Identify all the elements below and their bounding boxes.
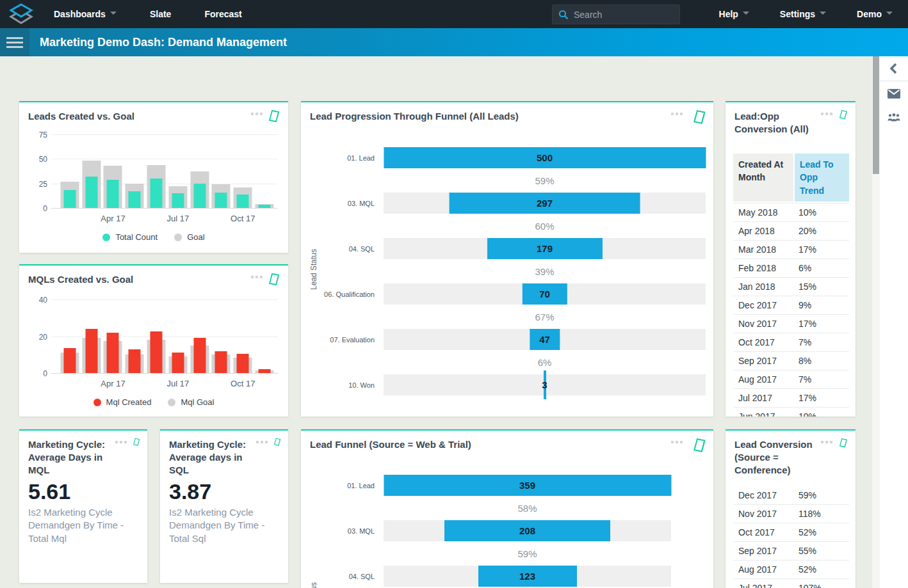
bar-group: Oct 17 xyxy=(232,134,254,208)
funnel-chart-all-leads: 01. Lead50059%03. MQL29760%04. SQL17939%… xyxy=(384,147,706,395)
table-cell-value: 7% xyxy=(793,337,849,347)
value-bar xyxy=(259,369,271,373)
table-cell-value: 17% xyxy=(793,319,849,329)
value-bar xyxy=(237,354,249,373)
value-bar xyxy=(129,191,141,208)
table-cell-month: Oct 2017 xyxy=(733,527,793,537)
bar-groups: Apr 17Jul 17Oct 17 xyxy=(59,134,275,208)
explore-insight-icon[interactable] xyxy=(839,438,848,450)
chevron-down-icon xyxy=(743,12,749,15)
table-row: Mar 201817% xyxy=(733,240,849,258)
legend-item[interactable]: Total Count xyxy=(102,232,158,242)
dashboard-page: DashboardsSlateForecast HelpSettingsDemo… xyxy=(0,0,908,588)
table-cell-month: Nov 2017 xyxy=(733,509,793,519)
y-axis-tick: 40 xyxy=(28,296,47,305)
card-menu-button[interactable] xyxy=(251,276,263,278)
explore-insight-icon[interactable] xyxy=(693,438,704,450)
search-box[interactable] xyxy=(552,4,680,24)
x-axis-tick: Oct 17 xyxy=(231,214,255,223)
table-cell-value: 59% xyxy=(793,490,849,500)
value-bar xyxy=(259,205,271,208)
nav-item-help[interactable]: Help xyxy=(719,9,749,19)
table-cell-value: 15% xyxy=(793,282,849,292)
hamburger-menu-button[interactable] xyxy=(0,28,29,56)
chevron-down-icon xyxy=(110,12,117,15)
table-header-lead-to-opp-trend[interactable]: Lead To Opp Trend xyxy=(795,154,849,202)
value-bar xyxy=(237,195,249,209)
leads-goal-chart: 7550250Apr 17Jul 17Oct 17 xyxy=(51,134,278,208)
bar-group: Apr 17 xyxy=(102,299,124,373)
card-menu-button[interactable] xyxy=(251,113,263,115)
card-menu-button[interactable] xyxy=(256,441,268,443)
funnel-stage-row: 06. Qualification70 xyxy=(384,283,706,305)
funnel-conversion-pct: 58% xyxy=(384,496,671,520)
value-bar xyxy=(193,184,206,208)
funnel-stage-label: 04. SQL xyxy=(298,573,375,580)
explore-insight-icon[interactable] xyxy=(839,109,848,122)
chevron-down-icon xyxy=(886,12,893,15)
funnel-bar-value: 179 xyxy=(384,238,706,259)
nav-item-forecast[interactable]: Forecast xyxy=(204,9,241,19)
table-cell-value: 10% xyxy=(793,411,849,417)
table-row: Nov 201717% xyxy=(733,314,849,333)
scrollbar-thumb[interactable] xyxy=(873,56,879,174)
table-header-created-at-month[interactable]: Created At Month xyxy=(733,154,793,202)
share-users-button[interactable] xyxy=(880,106,908,130)
explore-insight-icon[interactable] xyxy=(133,438,140,450)
table-cell-month: May 2018 xyxy=(733,207,793,218)
card-title: Lead Conversion (Source = Conference) xyxy=(734,438,821,476)
value-bar xyxy=(107,180,119,209)
top-navbar: DashboardsSlateForecast HelpSettingsDemo xyxy=(0,0,908,28)
card-menu-button[interactable] xyxy=(821,441,832,443)
nav-items: DashboardsSlateForecast xyxy=(54,9,242,19)
table-row: Dec 201759% xyxy=(733,486,849,504)
explore-insight-icon[interactable] xyxy=(693,109,704,122)
table-header-row: Created At MonthLead To Opp Trend xyxy=(733,154,849,202)
card-menu-button[interactable] xyxy=(115,441,127,443)
value-bar xyxy=(85,329,97,373)
table-cell-month: Jul 2017 xyxy=(733,393,793,403)
funnel-conversion-pct: 39% xyxy=(384,259,706,283)
legend-item[interactable]: Mql Created xyxy=(93,397,152,407)
card-menu-button[interactable] xyxy=(671,441,683,443)
table-cell-month: Jun 2017 xyxy=(733,411,793,417)
explore-insight-icon[interactable] xyxy=(269,109,280,122)
nav-item-dashboards[interactable]: Dashboards xyxy=(54,9,117,19)
card-title: Leads Created vs. Goal xyxy=(28,110,134,123)
nav-item-slate[interactable]: Slate xyxy=(150,9,171,19)
value-bar xyxy=(107,333,119,373)
nav-item-demo[interactable]: Demo xyxy=(857,9,893,19)
chevron-left-icon xyxy=(889,63,899,74)
funnel-stage-label: 04. SQL xyxy=(298,245,375,253)
app-logo[interactable] xyxy=(0,3,42,26)
legend-item[interactable]: Goal xyxy=(174,232,204,242)
table-cell-value: 52% xyxy=(793,564,849,575)
gridline xyxy=(51,373,278,374)
explore-insight-icon[interactable] xyxy=(269,273,280,285)
table-cell-value: 8% xyxy=(793,356,849,366)
nav-label: Help xyxy=(719,9,738,19)
dashboard-header-bar: Marketing Demo Dash: Demand Management xyxy=(0,28,908,56)
card-menu-button[interactable] xyxy=(671,113,683,115)
nav-label: Settings xyxy=(780,9,815,19)
bar-group: Oct 17 xyxy=(232,299,254,373)
collapse-panel-button[interactable] xyxy=(880,56,908,81)
bar-group xyxy=(211,299,232,373)
table-cell-month: Sep 2017 xyxy=(733,546,793,556)
table-cell-month: Jul 2017 xyxy=(733,583,793,588)
search-input[interactable] xyxy=(574,10,670,20)
value-bar xyxy=(150,331,163,373)
legend-item[interactable]: Mql Goal xyxy=(168,397,214,407)
value-bar xyxy=(215,351,227,374)
y-axis-tick: 0 xyxy=(28,204,47,213)
vertical-scrollbar xyxy=(872,56,880,588)
card-lead-progression-funnel: Lead Progression Through Funnel (All Lea… xyxy=(301,101,713,417)
card-menu-button[interactable] xyxy=(821,113,832,115)
mail-button[interactable] xyxy=(880,81,908,106)
table-row: Nov 2017118% xyxy=(733,504,849,523)
explore-insight-icon[interactable] xyxy=(274,438,281,450)
nav-item-settings[interactable]: Settings xyxy=(780,9,826,19)
nav-label: Forecast xyxy=(204,9,241,19)
funnel-stage-label: 01. Lead xyxy=(298,482,375,489)
table-cell-value: 20% xyxy=(793,226,849,236)
